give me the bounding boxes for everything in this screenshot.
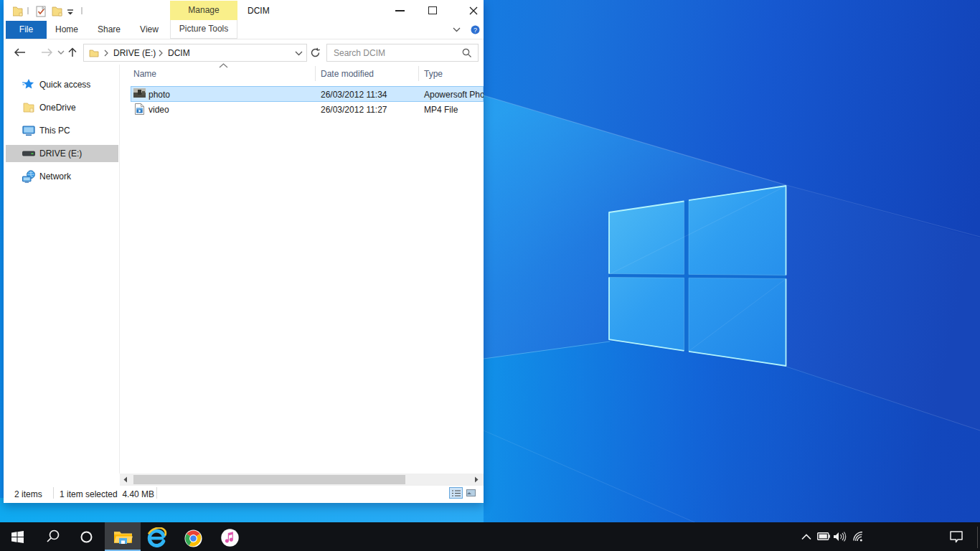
svg-text:?: ? [473,27,477,34]
